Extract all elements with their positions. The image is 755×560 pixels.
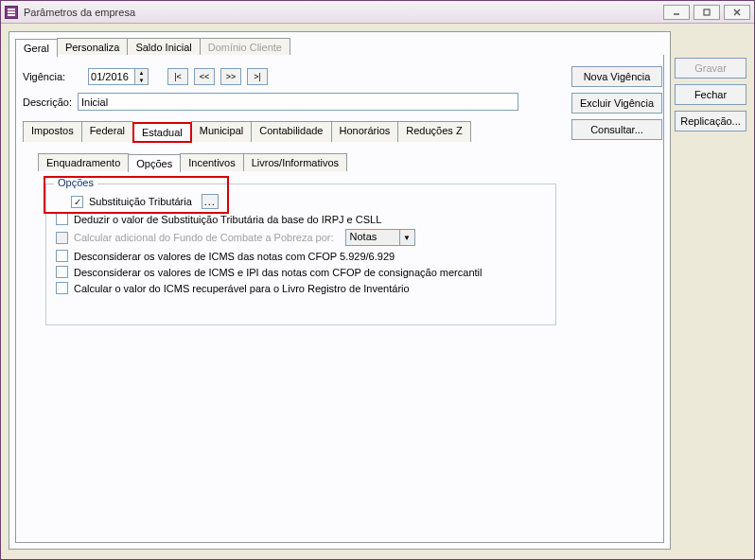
tab-estadual[interactable]: Estadual: [132, 122, 192, 143]
nav-next-button[interactable]: >>: [220, 68, 241, 85]
client-area: Geral Personaliza Saldo Inicial Domínio …: [9, 31, 746, 551]
opt-deduzir-irpj-csll: Deduzir o valor de Substituição Tributár…: [56, 213, 546, 225]
tab-label: Saldo Inicial: [135, 42, 191, 53]
tab-label: Federal: [90, 125, 125, 136]
main-panel: Geral Personaliza Saldo Inicial Domínio …: [9, 31, 671, 550]
select-value: Notas: [346, 230, 399, 245]
chevron-down-icon: ▼: [399, 230, 414, 245]
tab-label: Domínio Cliente: [208, 42, 282, 53]
checkbox-label: Substituição Tributária: [89, 196, 192, 207]
button-label: Fechar: [694, 89, 727, 100]
window-title: Parâmetros da empresa: [24, 7, 135, 18]
replicacao-button[interactable]: Replicação...: [675, 111, 746, 131]
checkbox[interactable]: [56, 213, 68, 225]
button-label: Replicação...: [680, 115, 741, 127]
window-buttons: [663, 5, 750, 20]
excluir-vigencia-button[interactable]: Excluir Vigência: [571, 93, 662, 114]
tab-incentivos[interactable]: Incentivos: [180, 153, 244, 171]
nav-last-button[interactable]: >|: [247, 68, 268, 85]
tab-geral[interactable]: Geral: [15, 39, 58, 57]
opt-substituicao-tributaria: ✓ Substituição Tributária ...: [71, 194, 546, 209]
tab-contabilidade[interactable]: Contabilidade: [251, 121, 331, 142]
minimize-button[interactable]: [663, 5, 690, 20]
tab-livros-informativos[interactable]: Livros/Informativos: [243, 153, 347, 171]
tab-personaliza[interactable]: Personaliza: [57, 38, 128, 56]
vigencia-actions: Nova Vigência Excluir Vigência Consultar…: [571, 66, 662, 140]
button-label: Consultar...: [590, 124, 643, 135]
consultar-button[interactable]: Consultar...: [571, 119, 662, 140]
button-label: Nova Vigência: [584, 71, 651, 82]
opcoes-legend: Opções: [54, 177, 97, 188]
opcoes-fieldset: Opções ✓ Substituição Tributária ... Ded…: [45, 184, 556, 325]
fechar-button[interactable]: Fechar: [675, 84, 746, 105]
button-label: Excluir Vigência: [580, 97, 654, 109]
checkbox[interactable]: ✓: [71, 196, 83, 208]
checkbox-label: Desconsiderar os valores de ICMS e IPI d…: [74, 267, 482, 278]
tabs-inner: Enquadramento Opções Incentivos Livros/I…: [38, 153, 346, 171]
fundo-pobreza-select: Notas ▼: [345, 229, 415, 246]
opt-icms-recuperavel-inventario: Calcular o valor do ICMS recuperável par…: [56, 282, 546, 294]
opt-fundo-combate-pobreza: Calcular adicional do Fundo de Combate a…: [56, 229, 546, 246]
tab-label: Contabilidade: [259, 125, 323, 136]
spin-up-icon[interactable]: ▲: [134, 69, 148, 77]
tab-federal[interactable]: Federal: [81, 121, 133, 142]
tab-opcoes[interactable]: Opções: [128, 154, 181, 172]
spin-down-icon[interactable]: ▼: [134, 77, 148, 84]
vigencia-row: Vigência: ▲ ▼ |< << >> >|: [23, 68, 268, 85]
gravar-button: Gravar: [675, 58, 746, 79]
svg-rect-1: [704, 9, 710, 15]
tab-label: Personaliza: [65, 42, 119, 53]
tab-label: Impostos: [31, 125, 74, 136]
checkbox-label: Deduzir o valor de Substituição Tributár…: [74, 214, 381, 225]
opt-desconsiderar-icms-cfop: Desconsiderar os valores de ICMS das not…: [56, 250, 546, 262]
checkbox[interactable]: [56, 282, 68, 294]
tab-label: Opções: [136, 158, 172, 169]
descricao-row: Descrição:: [23, 93, 518, 111]
nova-vigencia-button[interactable]: Nova Vigência: [571, 66, 662, 87]
tab-honorarios[interactable]: Honorários: [331, 121, 399, 142]
tab-municipal[interactable]: Municipal: [191, 121, 252, 142]
checkbox-label: Calcular o valor do ICMS recuperável par…: [74, 283, 410, 294]
vigencia-input[interactable]: [89, 69, 134, 84]
nav-prev-button[interactable]: <<: [194, 68, 215, 85]
checkbox: [56, 232, 68, 244]
checkbox-label: Calcular adicional do Fundo de Combate a…: [74, 232, 334, 243]
tab-dominio-cliente: Domínio Cliente: [200, 38, 290, 56]
tabs-top: Geral Personaliza Saldo Inicial Domínio …: [15, 38, 290, 56]
tab-label: Incentivos: [188, 157, 236, 168]
nav-first-button[interactable]: |<: [167, 68, 188, 85]
button-label: Gravar: [694, 62, 727, 74]
close-button[interactable]: [724, 5, 750, 20]
maximize-button[interactable]: [694, 5, 720, 20]
tab-label: Livros/Informativos: [252, 157, 339, 168]
checkbox[interactable]: [56, 250, 68, 262]
vigencia-label: Vigência:: [23, 71, 65, 82]
tab-saldo-inicial[interactable]: Saldo Inicial: [127, 38, 200, 56]
tab-label: Estadual: [142, 127, 183, 138]
vigencia-spinner[interactable]: ▲ ▼: [88, 68, 149, 85]
checkbox[interactable]: [56, 266, 68, 278]
titlebar: Parâmetros da empresa: [1, 1, 754, 24]
tab-label: Honorários: [340, 125, 391, 136]
tab-enquadramento[interactable]: Enquadramento: [38, 153, 129, 171]
tabs-mid: Impostos Federal Estadual Municipal Cont…: [23, 121, 470, 142]
tab-impostos[interactable]: Impostos: [23, 121, 82, 142]
descricao-label: Descrição:: [23, 96, 72, 108]
app-icon: [5, 6, 18, 19]
opt-desconsiderar-icms-ipi-consignacao: Desconsiderar os valores de ICMS e IPI d…: [56, 266, 546, 278]
sidebar-actions: Gravar Fechar Replicação...: [675, 58, 746, 131]
checkbox-label: Desconsiderar os valores de ICMS das not…: [74, 251, 395, 262]
substituicao-details-button[interactable]: ...: [202, 194, 219, 209]
window: Parâmetros da empresa Geral Personaliza …: [0, 0, 755, 560]
tab-label: Geral: [24, 43, 49, 54]
tab-reducoes-z[interactable]: Reduções Z: [397, 121, 470, 142]
tab-label: Enquadramento: [46, 157, 120, 168]
descricao-input[interactable]: [78, 93, 518, 111]
tab-label: Municipal: [200, 125, 243, 136]
tab-label: Reduções Z: [406, 125, 462, 136]
